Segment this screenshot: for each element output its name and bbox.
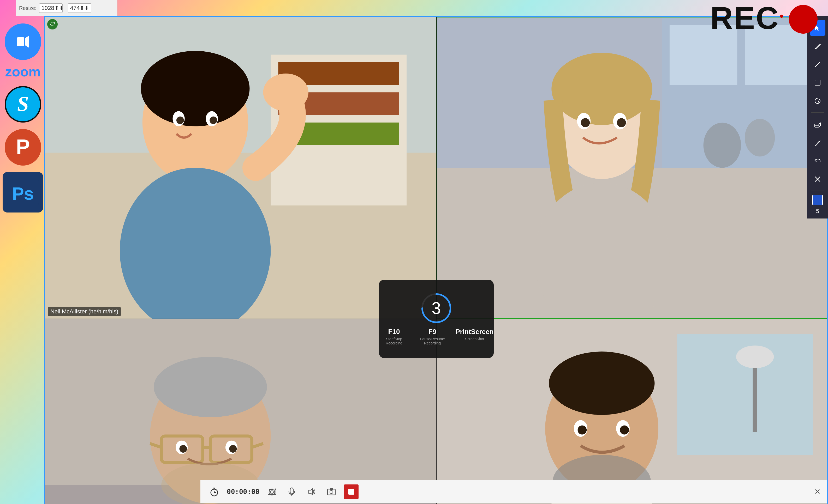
svg-point-29 — [745, 119, 775, 156]
svg-point-114 — [271, 491, 274, 494]
svg-point-72 — [620, 425, 629, 434]
right-tool-color-picker[interactable] — [812, 195, 823, 205]
resize-width-value: 1028 — [41, 5, 54, 11]
resize-label: Resize: — [19, 5, 37, 11]
svg-point-113 — [269, 490, 275, 495]
shortcut-label-printscreen: ScreenShot — [465, 337, 484, 341]
right-tool-zoom-level: 5 — [816, 208, 819, 215]
svg-point-54 — [229, 445, 237, 453]
zoom-window: 🛡 — [44, 16, 828, 504]
recording-toolbar: 00:00:00 — [200, 480, 827, 503]
countdown-ring: 3 — [421, 292, 452, 324]
svg-point-62 — [549, 352, 655, 415]
svg-line-122 — [815, 62, 820, 67]
svg-point-118 — [330, 491, 333, 494]
svg-point-36 — [617, 118, 626, 127]
shortcut-key-f9: F9 — [428, 328, 436, 336]
participant-video-br — [437, 319, 827, 504]
right-tool-line[interactable] — [810, 57, 825, 72]
svg-point-40 — [154, 357, 267, 417]
zoom-label: zoom — [5, 64, 41, 80]
right-tool-pen[interactable] — [810, 38, 825, 54]
rec-mic-btn[interactable] — [284, 485, 299, 499]
shortcut-label-f9: Pause/Resume Recording — [417, 337, 448, 345]
skype-app-icon[interactable]: S — [5, 86, 41, 123]
participant-video-bl — [45, 319, 436, 504]
countdown-overlay: 3 F10 Start/Stop Recording F9 Pause/Resu… — [379, 280, 494, 358]
left-sidebar: zoom S P Ps — [0, 16, 46, 213]
right-tool-undo[interactable] — [810, 153, 825, 169]
countdown-number: 3 — [431, 299, 441, 318]
participant-cell-br: Neil McAllister (he/him/his) — [437, 319, 827, 504]
shield-icon: 🛡 — [47, 19, 58, 30]
svg-point-35 — [581, 118, 590, 127]
svg-marker-116 — [309, 489, 313, 495]
svg-text:Ps: Ps — [12, 184, 34, 203]
participant-cell-tr — [437, 17, 827, 319]
rec-speaker-btn[interactable] — [304, 485, 319, 499]
svg-text:P: P — [16, 135, 30, 158]
svg-point-18 — [263, 74, 309, 111]
security-indicator: 🛡 — [47, 19, 58, 30]
rec-text: REC● — [710, 0, 785, 36]
participant-video-tr — [437, 17, 827, 318]
rec-camera-btn[interactable] — [264, 485, 279, 499]
participant-cell-tl: ✓ Neil McAllister (he/him/his) — [45, 17, 436, 319]
rec-indicator: REC● — [710, 0, 818, 36]
svg-rect-117 — [328, 489, 335, 495]
resize-width-input[interactable]: 1028 ⬆⬇ — [39, 3, 63, 13]
rec-close-btn[interactable]: ✕ — [814, 487, 821, 496]
shortcut-f10: F10 Start/Stop Recording — [379, 328, 409, 345]
svg-point-22 — [210, 117, 217, 124]
svg-point-60 — [736, 346, 774, 368]
rec-stop-btn[interactable] — [344, 485, 359, 499]
shortcut-f9: F9 Pause/Resume Recording — [417, 328, 448, 345]
svg-rect-1 — [17, 37, 24, 46]
shortcut-printscreen: PrintScreen ScreenShot — [456, 328, 494, 341]
right-tool-delete[interactable] — [810, 171, 825, 187]
rec-timer-icon — [207, 485, 221, 499]
rec-screenshot-btn[interactable] — [324, 485, 339, 499]
svg-point-53 — [179, 445, 187, 453]
right-tool-pencil2[interactable] — [810, 135, 825, 150]
svg-point-71 — [578, 425, 587, 434]
svg-text:S: S — [17, 92, 29, 115]
right-drawing-toolbar: 5 — [807, 16, 828, 219]
video-grid: ✓ Neil McAllister (he/him/his) — [45, 17, 827, 504]
zoom-video-icon — [14, 33, 32, 51]
resize-height-input[interactable]: 474 ⬆⬇ — [68, 3, 91, 13]
photoshop-app-icon[interactable]: Ps — [3, 172, 43, 213]
svg-rect-123 — [815, 80, 820, 85]
svg-point-31 — [551, 53, 652, 125]
powerpoint-app-icon[interactable]: P — [5, 129, 41, 166]
shortcut-key-printscreen: PrintScreen — [456, 328, 494, 336]
zoom-app-icon[interactable] — [5, 24, 41, 60]
right-tool-lasso[interactable] — [810, 93, 825, 109]
resize-height-value: 474 — [70, 5, 80, 11]
resize-bar: Resize: 1028 ⬆⬇ 474 ⬆⬇ — [16, 0, 117, 16]
right-tool-eraser[interactable] — [810, 117, 825, 132]
svg-point-28 — [703, 123, 741, 168]
participant-name-tl: Neil McAllister (he/him/his) — [48, 307, 121, 316]
rec-circle — [789, 5, 818, 34]
svg-point-21 — [176, 117, 184, 124]
shortcut-label-f10: Start/Stop Recording — [379, 337, 409, 345]
participant-video-tl — [45, 17, 436, 319]
rec-timer: 00:00:00 — [227, 488, 259, 496]
participant-cell-bl: Neil J. Rubenking — [45, 319, 436, 504]
shortcut-row: F10 Start/Stop Recording F9 Pause/Resume… — [379, 328, 494, 345]
shortcut-key-f10: F10 — [388, 328, 400, 336]
right-tool-shapes[interactable] — [810, 75, 825, 90]
svg-point-16 — [141, 51, 249, 126]
